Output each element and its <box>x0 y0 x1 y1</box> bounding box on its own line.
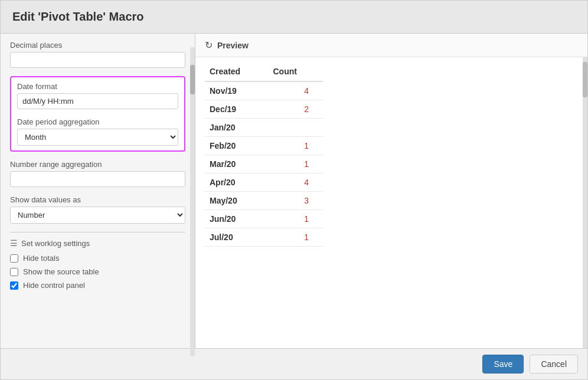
show-source-label: Show the source table <box>23 267 99 276</box>
table-cell-count: 1 <box>268 228 323 247</box>
table-row: Mar/201 <box>205 155 323 173</box>
highlighted-section: Date format Date period aggregation Mont… <box>10 76 185 152</box>
hide-control-checkbox[interactable] <box>10 281 18 290</box>
table-cell-date: Feb/20 <box>205 137 268 155</box>
hide-totals-label: Hide totals <box>23 254 59 263</box>
show-data-select[interactable]: Number Percentage <box>10 207 185 224</box>
number-range-label: Number range aggregation <box>10 160 185 169</box>
worklog-settings-row[interactable]: ☰ Set worklog settings <box>10 238 185 248</box>
dialog-title: Edit 'Pivot Table' Macro <box>12 10 576 24</box>
table-row: Apr/204 <box>205 173 323 192</box>
date-format-group: Date format <box>17 82 178 109</box>
hide-control-row: Hide control panel <box>10 281 185 290</box>
right-scrollbar[interactable] <box>583 57 587 348</box>
table-cell-count: 3 <box>268 192 323 210</box>
right-scrollbar-thumb <box>583 62 587 97</box>
left-scrollbar[interactable] <box>190 47 195 348</box>
table-cell-count: 1 <box>268 155 323 173</box>
table-cell-date: Dec/19 <box>205 100 268 119</box>
table-cell-date: May/20 <box>205 192 268 210</box>
table-row: Dec/192 <box>205 100 323 119</box>
date-period-select[interactable]: Month Day Week Quarter Year <box>17 129 178 146</box>
table-row: May/203 <box>205 192 323 210</box>
decimal-places-input[interactable] <box>10 52 185 68</box>
preview-title: Preview <box>217 41 249 50</box>
number-range-input[interactable] <box>10 171 185 187</box>
col-header-count: Count <box>268 62 323 81</box>
menu-icon: ☰ <box>10 238 18 248</box>
dialog: Edit 'Pivot Table' Macro Decimal places … <box>0 0 588 380</box>
preview-table: Created Count Nov/194Dec/192Jan/20Feb/20… <box>205 62 323 247</box>
divider <box>10 232 185 232</box>
dialog-header: Edit 'Pivot Table' Macro <box>1 1 587 34</box>
table-cell-date: Nov/19 <box>205 81 268 100</box>
table-cell-count: 2 <box>268 100 323 119</box>
dialog-footer: Save Cancel <box>1 348 587 379</box>
show-source-checkbox[interactable] <box>10 268 18 276</box>
table-cell-count: 1 <box>268 137 323 155</box>
left-scrollbar-thumb <box>190 65 195 94</box>
table-cell-date: Jun/20 <box>205 210 268 228</box>
preview-header: ↻ Preview <box>195 34 587 57</box>
table-cell-date: Jan/20 <box>205 119 268 137</box>
decimal-places-group: Decimal places <box>10 41 185 68</box>
show-data-label: Show data values as <box>10 195 185 204</box>
table-cell-date: Apr/20 <box>205 173 268 192</box>
table-cell-date: Mar/20 <box>205 155 268 173</box>
date-format-label: Date format <box>17 82 178 91</box>
show-source-row: Show the source table <box>10 267 185 276</box>
hide-totals-row: Hide totals <box>10 254 185 263</box>
table-header-row: Created Count <box>205 62 323 81</box>
refresh-icon[interactable]: ↻ <box>205 40 213 51</box>
table-row: Feb/201 <box>205 137 323 155</box>
table-cell-count: 4 <box>268 81 323 100</box>
save-button[interactable]: Save <box>482 355 524 374</box>
right-panel: ↻ Preview Created Count Nov/194Dec/192Ja… <box>195 34 587 348</box>
table-cell-count: 4 <box>268 173 323 192</box>
left-panel: Decimal places Date format Date period a… <box>1 34 195 348</box>
table-cell-date: Jul/20 <box>205 228 268 247</box>
date-period-label: Date period aggregation <box>17 117 178 126</box>
col-header-created: Created <box>205 62 268 81</box>
decimal-places-label: Decimal places <box>10 41 185 50</box>
worklog-settings-label: Set worklog settings <box>21 239 90 248</box>
date-format-input[interactable] <box>17 93 178 109</box>
left-scroll-area: Decimal places Date format Date period a… <box>1 34 195 348</box>
cancel-button[interactable]: Cancel <box>530 355 578 374</box>
table-cell-count <box>268 119 323 137</box>
date-period-group: Date period aggregation Month Day Week Q… <box>17 117 178 146</box>
table-row: Jun/201 <box>205 210 323 228</box>
hide-totals-checkbox[interactable] <box>10 254 18 263</box>
table-cell-count: 1 <box>268 210 323 228</box>
table-row: Jan/20 <box>205 119 323 137</box>
show-data-group: Show data values as Number Percentage <box>10 195 185 224</box>
hide-control-label: Hide control panel <box>23 281 85 290</box>
table-row: Jul/201 <box>205 228 323 247</box>
dialog-body: Decimal places Date format Date period a… <box>1 34 587 348</box>
preview-content[interactable]: Created Count Nov/194Dec/192Jan/20Feb/20… <box>195 57 587 348</box>
number-range-group: Number range aggregation <box>10 160 185 187</box>
table-row: Nov/194 <box>205 81 323 100</box>
